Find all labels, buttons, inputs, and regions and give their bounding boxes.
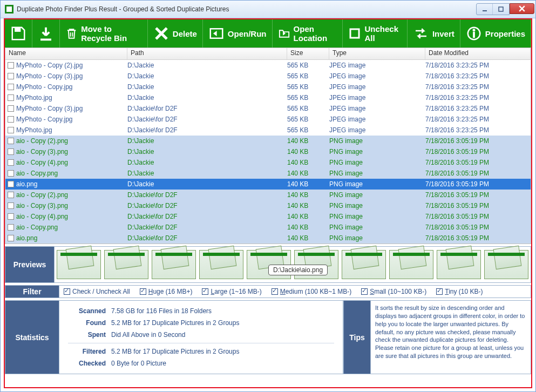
- table-row[interactable]: MyPhoto - Copy (3).jpgD:\Jackie565 KBJPE…: [5, 71, 531, 82]
- filter-huge[interactable]: Huge (16 MB+): [140, 288, 193, 295]
- cell-type: PNG image: [329, 234, 425, 242]
- row-checkbox[interactable]: [8, 73, 14, 79]
- cell-type: PNG image: [329, 137, 425, 145]
- filter-medium[interactable]: Medium (100 KB~1 MB-): [272, 288, 351, 295]
- cell-size: 140 KB: [287, 224, 329, 231]
- column-size[interactable]: Size: [287, 48, 329, 59]
- stat-found: 5.2 MB for 17 Duplicate Pictures in 2 Gr…: [111, 319, 239, 327]
- preview-thumbnail[interactable]: [342, 250, 386, 279]
- open-button[interactable]: Open/Run: [203, 19, 273, 48]
- table-row[interactable]: MyPhoto.jpgD:\Jackie565 KBJPEG image7/18…: [5, 92, 531, 103]
- cell-path: D:\Jackie\for D2F: [127, 116, 287, 123]
- table-row[interactable]: aio - Copy (3).pngD:\Jackie140 KBPNG ima…: [5, 146, 531, 157]
- properties-label: Properties: [485, 29, 525, 38]
- close-button[interactable]: [510, 3, 534, 14]
- svg-rect-1: [6, 6, 12, 12]
- cell-type: JPEG image: [329, 72, 425, 80]
- previews-label: Previews: [5, 247, 55, 282]
- delete-label: Delete: [173, 29, 197, 38]
- folder-icon: [278, 25, 290, 42]
- location-button[interactable]: Open Location: [273, 19, 343, 48]
- row-checkbox[interactable]: [8, 62, 14, 69]
- titlebar[interactable]: Duplicate Photo Finder Plus Result - Gro…: [1, 1, 535, 18]
- stat-filtered: 5.2 MB for 17 Duplicate Pictures in 2 Gr…: [111, 348, 239, 355]
- cell-date: 7/18/2016 3:05:19 PM: [425, 234, 531, 242]
- cell-type: JPEG image: [329, 62, 425, 69]
- table-row[interactable]: MyPhoto - Copy (3).jpgD:\Jackie\for D2F5…: [5, 103, 531, 114]
- save-button[interactable]: [5, 19, 32, 48]
- row-checkbox[interactable]: [8, 235, 14, 241]
- table-row[interactable]: aio - Copy (2).pngD:\Jackie\for D2F140 K…: [5, 190, 531, 200]
- cell-date: 7/18/2016 3:23:25 PM: [425, 72, 531, 80]
- preview-thumbnail[interactable]: [484, 250, 528, 279]
- table-row[interactable]: aio.pngD:\Jackie140 KBPNG image7/18/2016…: [5, 179, 531, 190]
- row-checkbox[interactable]: [8, 127, 14, 133]
- statistics-label: Statistics: [5, 301, 59, 374]
- row-checkbox[interactable]: [8, 170, 14, 177]
- row-checkbox[interactable]: [8, 116, 14, 123]
- row-checkbox[interactable]: [8, 138, 14, 144]
- preview-thumbnail[interactable]: [389, 250, 433, 279]
- download-button[interactable]: [32, 19, 60, 48]
- row-checkbox[interactable]: [8, 94, 14, 101]
- row-checkbox[interactable]: [8, 192, 14, 198]
- cell-type: JPEG image: [329, 94, 425, 102]
- statistics-panel: Statistics Scanned7.58 GB for 116 Files …: [5, 300, 343, 374]
- cell-path: D:\Jackie\for D2F: [127, 234, 287, 242]
- delete-button[interactable]: Delete: [148, 19, 203, 48]
- uncheck-button[interactable]: Uncheck All: [343, 19, 408, 48]
- tips-panel: Tips It sorts the result by size in desc…: [343, 300, 531, 374]
- table-row[interactable]: MyPhoto - Copy (2).jpgD:\Jackie565 KBJPE…: [5, 60, 531, 71]
- invert-button[interactable]: Invert: [408, 19, 460, 48]
- row-checkbox[interactable]: [8, 181, 14, 187]
- cell-date: 7/18/2016 3:23:25 PM: [425, 94, 531, 102]
- preview-thumbnail[interactable]: [152, 250, 196, 279]
- column-path[interactable]: Path: [127, 48, 287, 59]
- table-row[interactable]: aio - Copy (4).pngD:\Jackie\for D2F140 K…: [5, 211, 531, 222]
- maximize-button[interactable]: [493, 4, 509, 15]
- table-row[interactable]: aio - Copy.pngD:\Jackie140 KBPNG image7/…: [5, 168, 531, 179]
- column-type[interactable]: Type: [329, 48, 425, 59]
- row-checkbox[interactable]: [8, 224, 14, 231]
- table-row[interactable]: MyPhoto - Copy.jpgD:\Jackie\for D2F565 K…: [5, 114, 531, 125]
- preview-thumbnail[interactable]: [199, 250, 243, 279]
- cell-name: MyPhoto - Copy.jpg: [16, 83, 73, 91]
- row-checkbox[interactable]: [8, 213, 14, 220]
- cell-name: MyPhoto - Copy (3).jpg: [16, 72, 83, 80]
- grid-header[interactable]: Name Path Size Type Date Modified: [5, 48, 531, 60]
- table-row[interactable]: MyPhoto - Copy.jpgD:\Jackie565 KBJPEG im…: [5, 82, 531, 92]
- properties-button[interactable]: Properties: [460, 19, 531, 48]
- filter-small[interactable]: Small (10~100 KB-): [361, 288, 426, 295]
- tooltip: D:\Jackie\aio.png: [268, 265, 328, 275]
- table-row[interactable]: MyPhoto.jpgD:\Jackie\for D2F565 KBJPEG i…: [5, 125, 531, 136]
- stat-checked: 0 Byte for 0 Picture: [111, 360, 166, 367]
- preview-thumbnail[interactable]: [437, 250, 481, 279]
- filter-tiny[interactable]: Tiny (10 KB-): [436, 288, 483, 295]
- cell-name: MyPhoto.jpg: [16, 94, 52, 102]
- cell-size: 565 KB: [287, 83, 329, 91]
- row-checkbox[interactable]: [8, 159, 14, 166]
- column-date[interactable]: Date Modified: [425, 48, 531, 59]
- filter-large[interactable]: Large (1~16 MB-): [202, 288, 261, 295]
- table-row[interactable]: aio - Copy (2).pngD:\Jackie140 KBPNG ima…: [5, 136, 531, 146]
- row-checkbox[interactable]: [8, 105, 14, 112]
- cell-date: 7/18/2016 3:23:25 PM: [425, 116, 531, 123]
- preview-thumbnail[interactable]: [57, 250, 101, 279]
- table-row[interactable]: aio.pngD:\Jackie\for D2F140 KBPNG image7…: [5, 233, 531, 244]
- filter-checkall[interactable]: Check / Uncheck All: [64, 288, 130, 295]
- minimize-button[interactable]: [477, 4, 493, 15]
- column-name[interactable]: Name: [5, 48, 127, 59]
- open-icon: [208, 25, 225, 42]
- cell-path: D:\Jackie: [127, 170, 287, 177]
- preview-thumbnail[interactable]: [104, 250, 148, 279]
- row-checkbox[interactable]: [8, 202, 14, 209]
- cell-path: D:\Jackie\for D2F: [127, 213, 287, 220]
- recycle-button[interactable]: Move to Recycle Bin: [60, 19, 148, 48]
- cell-path: D:\Jackie: [127, 159, 287, 166]
- table-row[interactable]: aio - Copy (3).pngD:\Jackie\for D2F140 K…: [5, 200, 531, 211]
- row-checkbox[interactable]: [8, 148, 14, 155]
- row-checkbox[interactable]: [8, 84, 14, 90]
- table-row[interactable]: aio - Copy.pngD:\Jackie\for D2F140 KBPNG…: [5, 222, 531, 233]
- cell-date: 7/18/2016 3:05:19 PM: [425, 137, 531, 145]
- table-row[interactable]: aio - Copy (4).pngD:\Jackie140 KBPNG ima…: [5, 157, 531, 168]
